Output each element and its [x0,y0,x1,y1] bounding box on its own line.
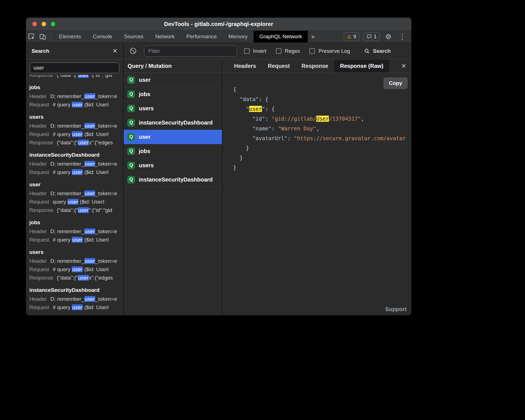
search-results: Response{"data":{"user":{"id":"gidjobsHe… [26,75,123,315]
query-type-badge: Q [127,162,135,169]
devtools-tab-graphql-network[interactable]: GraphQL Network [254,31,308,42]
result-text: # query user ($id: UserI [53,265,109,274]
search-result-group[interactable]: jobs [29,83,120,92]
query-list-item[interactable]: Quser [124,73,222,87]
search-result-line[interactable]: Response{"data":{"user":{"id":"gid [29,75,120,79]
search-result-group[interactable]: instanceSecurityDashboard [29,285,120,295]
toolbar-search-button[interactable]: Search [364,48,390,54]
query-list-item[interactable]: Qusers [124,158,222,173]
more-options-icon[interactable]: ⋮ [397,33,407,41]
result-field-label: Request [29,265,49,274]
support-link[interactable]: Support [385,306,407,312]
details-tab-response-raw[interactable]: Response (Raw) [334,59,389,73]
result-field-label: Request [29,101,49,109]
devtools-tab-sources[interactable]: Sources [118,31,149,42]
query-list-item[interactable]: Quser [124,130,222,144]
result-segment: D; remember_ [50,228,84,234]
query-list-item[interactable]: Qusers [124,101,222,116]
more-tabs-chevron[interactable]: » [308,33,318,40]
search-result-line[interactable]: Response{"data":{"user":{"id":"gid [29,206,120,214]
devtools-tab-elements[interactable]: Elements [53,31,87,42]
checkbox-label: Preserve Log [318,48,350,54]
search-result-line[interactable]: HeaderD; remember_user_token=e [29,122,120,130]
checkbox-preserve-log[interactable]: Preserve Log [309,48,350,54]
result-segment: D; remember_ [50,190,84,196]
search-result-line[interactable]: Request# query user ($id: UserI [29,236,120,244]
query-list-item[interactable]: QinstanceSecurityDashboard [124,173,222,187]
query-list-item[interactable]: QinstanceSecurityDashboard [124,116,222,130]
copy-button[interactable]: Copy [383,77,408,89]
search-result-line[interactable]: HeaderD; remember_user_token=e [29,189,120,198]
tabbar-divider [51,33,51,40]
match-highlight: user [68,199,78,205]
match-highlight: user [84,123,95,129]
main-area: Search ✕ Response{"data":{"user":{"id":"… [26,43,411,315]
result-segment: ($id: UserI [83,131,109,137]
search-result-line[interactable]: HeaderD; remember_user_token=e [29,295,120,303]
result-text: D; remember_user_token=e [50,122,117,130]
devtools-tab-performance[interactable]: Performance [180,31,223,42]
result-text: D; remember_user_token=e [50,295,117,303]
search-result-line[interactable]: Response{"data":{"users":{"edges [29,139,120,147]
checkbox-invert[interactable]: Invert [244,48,266,54]
toolbar-search-label: Search [373,48,390,54]
devtools-tab-network[interactable]: Network [149,31,181,42]
details-tab-headers[interactable]: Headers [228,59,262,73]
match-highlight: user [72,266,83,272]
result-field-label: Header [29,295,47,303]
checkbox-regex[interactable]: Regex [276,48,300,54]
search-panel-close-icon[interactable]: ✕ [113,48,118,54]
search-result-group[interactable]: jobs [29,218,120,227]
settings-gear-icon[interactable]: ⚙ [384,33,393,41]
search-result-line[interactable]: Request# query user ($id: UserI [29,130,120,139]
json-segment: "gid://gitlab/ [271,116,316,122]
search-result-line[interactable]: Request# query user ($id: UserI [29,265,120,274]
json-line: "id": "gid://gitlab/User/13704317", [233,114,411,124]
close-window-button[interactable] [32,22,37,26]
search-input[interactable] [30,63,119,73]
search-result-line[interactable]: HeaderD; remember_user_token=e [29,160,120,168]
query-list-item[interactable]: Qjobs [124,144,222,158]
search-result-group[interactable]: user [29,180,120,189]
devtools-tab-console[interactable]: Console [87,31,118,42]
devtools-tab-memory[interactable]: Memory [223,31,254,42]
query-name: users [139,162,154,169]
search-result-line[interactable]: Request# query user ($id: UserI [29,101,120,109]
details-close-icon[interactable]: ✕ [401,63,406,69]
minimize-window-button[interactable] [42,22,46,26]
search-result-line[interactable]: HeaderD; remember_user_token=e [29,257,120,265]
json-line: } [233,143,411,153]
search-result-group[interactable]: users [29,247,120,257]
traffic-lights [32,22,55,26]
json-segment: : { [265,106,275,112]
result-segment: query [53,199,68,205]
checkbox-box[interactable] [244,48,250,54]
inspect-element-icon[interactable] [26,31,37,42]
search-result-line[interactable]: Requestquery user ($id: UserI [29,198,120,206]
details-tab-request[interactable]: Request [262,59,296,73]
devtools-tabbar: ElementsConsoleSourcesNetworkPerformance… [26,31,411,43]
query-list-item[interactable]: Qjobs [124,87,222,101]
filter-input[interactable] [144,46,237,57]
search-result-line[interactable]: HeaderD; remember_user_token=e [29,227,120,236]
search-result-line[interactable]: Response{"data":{"users":{"edges [29,274,120,282]
search-result-group[interactable]: instanceSecurityDashboard [29,150,120,160]
query-name: users [139,105,154,112]
search-result-line[interactable]: Request# query user ($id: UserI [29,168,120,176]
result-segment: D; remember_ [50,123,84,129]
warning-icon: ⚠ [347,34,352,39]
details-tab-response[interactable]: Response [296,59,334,73]
zoom-window-button[interactable] [51,22,55,26]
content-row: Query / Mutation QuserQjobsQusersQinstan… [124,59,411,315]
search-result-group[interactable]: users [29,112,120,122]
warnings-badge[interactable]: ⚠ 9 [344,32,359,41]
query-list-panel: Query / Mutation QuserQjobsQusersQinstan… [124,59,223,315]
checkbox-box[interactable] [276,48,281,54]
search-result-line[interactable]: HeaderD; remember_user_token=e [29,92,120,101]
checkbox-box[interactable] [309,48,315,54]
clear-icon[interactable] [129,47,137,55]
issues-badge[interactable]: 1 [363,32,380,41]
search-result-line[interactable]: Request# query user ($id: UserI [29,303,120,312]
device-toolbar-icon[interactable] [37,31,48,42]
json-segment: , [361,116,364,122]
